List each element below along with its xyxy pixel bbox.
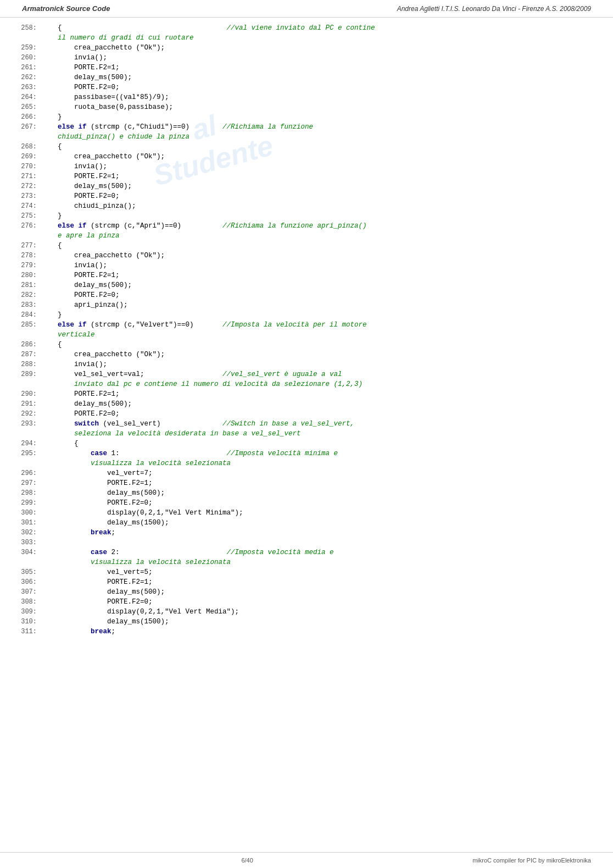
line-content: visualizza la velocità selezionata xyxy=(41,458,591,468)
code-block: 258: { //val viene inviato dal PC e cont… xyxy=(16,23,591,637)
line-number: 285: xyxy=(16,320,41,330)
table-row: 297: PORTE.F2=1; xyxy=(16,478,591,488)
line-number: 274: xyxy=(16,201,41,211)
line-number: 291: xyxy=(16,399,41,409)
line-number: 297: xyxy=(16,478,41,488)
line-number xyxy=(16,379,41,389)
table-row: 289: vel_sel_vert=val; //vel_sel_vert è … xyxy=(16,369,591,379)
table-row: 285: else if (strcmp (c,"Velvert")==0) /… xyxy=(16,320,591,330)
table-row: 287: crea_pacchetto ("Ok"); xyxy=(16,350,591,360)
line-number: 279: xyxy=(16,261,41,270)
table-row: 293: switch (vel_sel_vert) //Switch in b… xyxy=(16,419,591,429)
line-number: 288: xyxy=(16,360,41,369)
line-content: case 1: //Imposta velocità minima e xyxy=(41,449,591,458)
line-content: invia(); xyxy=(41,261,591,270)
line-content: PORTE.F2=0; xyxy=(41,498,591,508)
line-number: 300: xyxy=(16,508,41,518)
line-content: verticale xyxy=(41,330,591,340)
line-number: 284: xyxy=(16,310,41,320)
line-number: 289: xyxy=(16,369,41,379)
line-content: display(0,2,1,"Vel Vert Media"); xyxy=(41,607,591,617)
table-row: 258: { //val viene inviato dal PC e cont… xyxy=(16,23,591,33)
line-content: PORTE.F2=1; xyxy=(41,270,591,280)
line-content: delay_ms(500); xyxy=(41,488,591,498)
table-row: 275: } xyxy=(16,211,591,221)
line-number: 301: xyxy=(16,518,41,528)
line-number: 307: xyxy=(16,587,41,597)
line-content: delay_ms(500); xyxy=(41,587,591,597)
table-row: 276: else if (strcmp (c,"Apri")==0) //Ri… xyxy=(16,221,591,231)
line-number: 294: xyxy=(16,439,41,449)
line-content: delay_ms(1500); xyxy=(41,518,591,528)
line-number: 271: xyxy=(16,172,41,181)
line-number: 267: xyxy=(16,122,41,132)
table-row: 301: delay_ms(1500); xyxy=(16,518,591,528)
table-row: 292: PORTE.F2=0; xyxy=(16,409,591,419)
line-number: 311: xyxy=(16,627,41,637)
table-row: 270: invia(); xyxy=(16,162,591,172)
line-content: else if (strcmp (c,"Velvert")==0) //Impo… xyxy=(41,320,591,330)
line-content: vel_vert=7; xyxy=(41,468,591,478)
line-content: seleziona la velocità desiderata in base… xyxy=(41,429,591,439)
line-number: 298: xyxy=(16,488,41,498)
line-content: } xyxy=(41,112,591,122)
table-row: 310: delay_ms(1500); xyxy=(16,617,591,627)
line-number xyxy=(16,231,41,241)
line-content: il numero di gradi di cui ruotare xyxy=(41,33,591,43)
table-row: 280: PORTE.F2=1; xyxy=(16,270,591,280)
line-number: 264: xyxy=(16,92,41,102)
line-content: PORTE.F2=0; xyxy=(41,191,591,201)
line-content: inviato dal pc e contiene il numero di v… xyxy=(41,379,591,389)
table-row: 284: } xyxy=(16,310,591,320)
line-content: break; xyxy=(41,528,591,538)
table-row: 305: vel_vert=5; xyxy=(16,567,591,577)
line-content: crea_pacchetto ("Ok"); xyxy=(41,251,591,261)
table-row: 300: display(0,2,1,"Vel Vert Minima"); xyxy=(16,508,591,518)
line-number xyxy=(16,458,41,468)
table-row: 265: ruota_base(0,passibase); xyxy=(16,102,591,112)
line-content: PORTE.F2=1; xyxy=(41,478,591,488)
table-row: 304: case 2: //Imposta velocità media e xyxy=(16,548,591,557)
line-content: PORTE.F2=0; xyxy=(41,409,591,419)
line-number: 281: xyxy=(16,280,41,290)
line-number xyxy=(16,132,41,142)
table-row: 281: delay_ms(500); xyxy=(16,280,591,290)
line-number xyxy=(16,330,41,340)
header-right-title: Andrea Aglietti I.T.I.S. Leonardo Da Vin… xyxy=(397,5,591,13)
table-row: 303: xyxy=(16,538,591,548)
line-content: PORTE.F2=0; xyxy=(41,290,591,300)
line-content: PORTE.F2=1; xyxy=(41,389,591,399)
line-content: delay_ms(500); xyxy=(41,73,591,82)
line-content: PORTE.F2=1; xyxy=(41,172,591,181)
line-number: 270: xyxy=(16,162,41,172)
line-number: 258: xyxy=(16,23,41,33)
table-row: 278: crea_pacchetto ("Ok"); xyxy=(16,251,591,261)
line-content: apri_pinza(); xyxy=(41,300,591,310)
line-number: 308: xyxy=(16,597,41,607)
line-content: invia(); xyxy=(41,360,591,369)
line-number xyxy=(16,429,41,439)
line-content: invia(); xyxy=(41,53,591,63)
footer-page-number: 6/40 xyxy=(241,857,253,864)
line-content: display(0,2,1,"Vel Vert Minima"); xyxy=(41,508,591,518)
line-content: crea_pacchetto ("Ok"); xyxy=(41,43,591,53)
line-number: 265: xyxy=(16,102,41,112)
line-number: 290: xyxy=(16,389,41,399)
table-row: 288: invia(); xyxy=(16,360,591,369)
table-row: visualizza la velocità selezionata xyxy=(16,458,591,468)
line-number: 309: xyxy=(16,607,41,617)
line-number: 283: xyxy=(16,300,41,310)
table-row: 263: PORTE.F2=0; xyxy=(16,82,591,92)
line-content: { xyxy=(41,142,591,152)
line-number: 269: xyxy=(16,152,41,162)
table-row: 308: PORTE.F2=0; xyxy=(16,597,591,607)
table-row: seleziona la velocità desiderata in base… xyxy=(16,429,591,439)
line-number: 304: xyxy=(16,548,41,557)
table-row: 268: { xyxy=(16,142,591,152)
table-row: chiudi_pinza() e chiude la pinza xyxy=(16,132,591,142)
line-number: 305: xyxy=(16,567,41,577)
page-header: Armatronick Source Code Andrea Aglietti … xyxy=(0,0,613,18)
line-content: vel_vert=5; xyxy=(41,567,591,577)
footer-right: mikroC compiler for PIC by mikroElektron… xyxy=(472,857,591,864)
line-content: { //val viene inviato dal PC e contine xyxy=(41,23,591,33)
